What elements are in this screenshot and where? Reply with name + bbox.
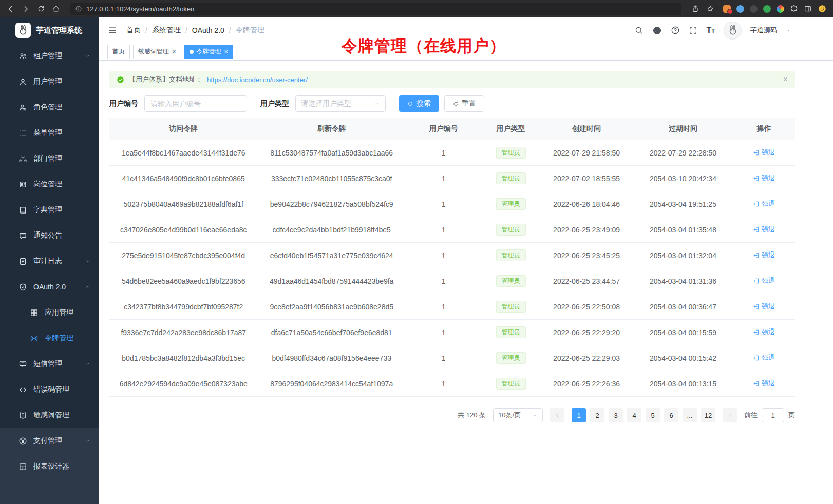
sidebar-menu: 租户管理用户管理角色管理菜单管理部门管理岗位管理字典管理通知公告审计日志OAut… bbox=[0, 43, 99, 428]
force-logout-link[interactable]: 强退 bbox=[753, 353, 775, 362]
breadcrumb-item[interactable]: 令牌管理 bbox=[236, 26, 264, 35]
sidebar-item-tenant[interactable]: 租户管理 bbox=[0, 43, 99, 69]
sidebar-item-sms[interactable]: 短信管理 bbox=[0, 351, 99, 377]
column-header: 过期时间 bbox=[633, 118, 733, 140]
alert-close-icon[interactable]: × bbox=[783, 75, 788, 84]
sidebar-item-token[interactable]: 令牌管理 bbox=[0, 325, 99, 351]
force-logout-link[interactable]: 强退 bbox=[753, 199, 775, 208]
site-info-icon[interactable] bbox=[75, 5, 82, 12]
goto-page-input[interactable] bbox=[762, 408, 784, 422]
user-type-tag: 管理员 bbox=[496, 172, 526, 185]
sidebar-item-report[interactable]: 报表设计器 bbox=[0, 454, 99, 479]
sidebar-item-app[interactable]: 应用管理 bbox=[0, 300, 99, 325]
search-button[interactable]: 搜索 bbox=[399, 95, 439, 112]
side-panel-icon[interactable] bbox=[804, 5, 812, 13]
role-icon bbox=[18, 103, 27, 112]
page-button[interactable]: 3 bbox=[609, 408, 623, 422]
collapse-menu-icon[interactable] bbox=[108, 26, 117, 35]
sidebar-item-log[interactable]: 审计日志 bbox=[0, 248, 99, 274]
force-logout-link[interactable]: 强退 bbox=[753, 225, 775, 234]
force-logout-link[interactable]: 强退 bbox=[753, 148, 775, 157]
username[interactable]: 芋道源码 bbox=[750, 26, 777, 35]
bookmark-star-icon[interactable] bbox=[706, 5, 714, 13]
github-icon[interactable] bbox=[652, 26, 662, 35]
share-icon[interactable] bbox=[691, 5, 699, 13]
sidebar-item-notice[interactable]: 通知公告 bbox=[0, 223, 99, 248]
chevron-down-icon bbox=[85, 361, 91, 367]
tab-close-icon[interactable]: × bbox=[172, 48, 176, 55]
search-icon[interactable] bbox=[634, 26, 643, 35]
page-button[interactable]: 1 bbox=[572, 408, 586, 422]
sidebar-item-dept[interactable]: 部门管理 bbox=[0, 146, 99, 171]
address-bar[interactable]: 127.0.0.1:1024/system/oauth2/token bbox=[70, 3, 681, 15]
extensions-puzzle-icon[interactable] bbox=[790, 5, 798, 13]
tab-item[interactable]: 敏感词管理× bbox=[133, 45, 181, 59]
column-header: 创建时间 bbox=[540, 118, 633, 140]
sidebar-item-errcode[interactable]: 错误码管理 bbox=[0, 377, 99, 402]
sidebar-item-menu[interactable]: 菜单管理 bbox=[0, 120, 99, 146]
browser-profile-avatar[interactable] bbox=[818, 4, 827, 13]
expire-time-cell: 2022-07-29 22:28:50 bbox=[633, 140, 733, 166]
sidebar-item-role[interactable]: 角色管理 bbox=[0, 94, 99, 120]
extension-icon[interactable] bbox=[723, 5, 731, 13]
breadcrumb-item[interactable]: 系统管理 bbox=[152, 26, 181, 35]
sidebar-item-label: 部门管理 bbox=[33, 154, 62, 163]
sidebar-item-pay[interactable]: 支付管理 bbox=[0, 428, 99, 454]
extension-icon[interactable] bbox=[777, 5, 784, 13]
user-type-select[interactable]: 请选择用户类型 bbox=[295, 95, 386, 112]
browser-home-icon[interactable] bbox=[52, 5, 60, 13]
logo-rabbit-icon bbox=[15, 23, 31, 38]
page-size-select[interactable]: 10条/页 bbox=[493, 408, 543, 422]
breadcrumb-item[interactable]: OAuth 2.0 bbox=[192, 26, 224, 34]
tab-item[interactable]: 首页 bbox=[107, 45, 130, 59]
sidebar-item-label: 租户管理 bbox=[33, 51, 62, 61]
force-logout-link[interactable]: 强退 bbox=[753, 173, 775, 183]
caret-down-icon[interactable] bbox=[786, 27, 792, 33]
sidebar-item-post[interactable]: 岗位管理 bbox=[0, 171, 99, 197]
fullscreen-icon[interactable] bbox=[689, 26, 697, 35]
browser-forward-icon[interactable] bbox=[22, 5, 30, 13]
page-button[interactable]: 2 bbox=[590, 408, 604, 422]
user-avatar[interactable] bbox=[724, 22, 742, 40]
page-button[interactable]: 4 bbox=[627, 408, 641, 422]
browser-reload-icon[interactable] bbox=[37, 5, 45, 13]
force-logout-link[interactable]: 强退 bbox=[753, 327, 775, 337]
page-content: 【用户体系】文档地址： https://doc.iocoder.cn/user-… bbox=[99, 61, 833, 504]
force-logout-link[interactable]: 强退 bbox=[753, 379, 775, 388]
extension-icon[interactable] bbox=[750, 5, 758, 13]
pager-more-button[interactable]: ... bbox=[683, 408, 697, 422]
extension-icon[interactable] bbox=[736, 5, 744, 13]
force-logout-link[interactable]: 强退 bbox=[753, 250, 775, 260]
force-logout-link[interactable]: 强退 bbox=[753, 276, 775, 285]
reset-button[interactable]: 重置 bbox=[444, 95, 484, 112]
page-button[interactable]: 6 bbox=[664, 408, 678, 422]
sidebar-item-user[interactable]: 用户管理 bbox=[0, 69, 99, 94]
page-button[interactable]: 12 bbox=[701, 408, 715, 422]
page-button[interactable]: 5 bbox=[646, 408, 660, 422]
next-page-button[interactable] bbox=[723, 408, 737, 422]
help-icon[interactable] bbox=[671, 26, 680, 35]
url-text[interactable]: 127.0.0.1:1024/system/oauth2/token bbox=[86, 5, 194, 13]
sidebar-item-label: 菜单管理 bbox=[33, 128, 62, 138]
browser-back-icon[interactable] bbox=[6, 5, 15, 13]
tab-close-icon[interactable]: × bbox=[224, 48, 229, 55]
font-size-icon[interactable]: TT bbox=[706, 26, 715, 34]
sidebar-item-oauth[interactable]: OAuth 2.0 bbox=[0, 274, 99, 300]
column-header: 用户类型 bbox=[482, 118, 540, 140]
prev-page-button[interactable] bbox=[550, 408, 564, 422]
alert-doc-link[interactable]: https://doc.iocoder.cn/user-center/ bbox=[207, 76, 308, 84]
sidebar-item-dict[interactable]: 字典管理 bbox=[0, 197, 99, 223]
user-type-tag: 管理员 bbox=[496, 326, 526, 339]
breadcrumb-separator: / bbox=[185, 26, 187, 34]
tab-item[interactable]: 令牌管理× bbox=[184, 45, 234, 59]
chevron-left-icon bbox=[554, 412, 561, 419]
user-id-input[interactable] bbox=[144, 95, 247, 112]
chevron-right-icon bbox=[727, 412, 733, 419]
table-header-row: 访问令牌刷新令牌用户编号用户类型创建时间过期时间操作 bbox=[109, 118, 795, 140]
breadcrumb-item[interactable]: 首页 bbox=[126, 26, 141, 35]
extension-icon[interactable] bbox=[763, 5, 771, 13]
app-logo[interactable]: 芋道管理系统 bbox=[0, 17, 99, 43]
force-logout-link[interactable]: 强退 bbox=[753, 302, 775, 311]
tab-label: 首页 bbox=[112, 47, 125, 56]
sidebar-item-sensitive[interactable]: 敏感词管理 bbox=[0, 402, 99, 428]
